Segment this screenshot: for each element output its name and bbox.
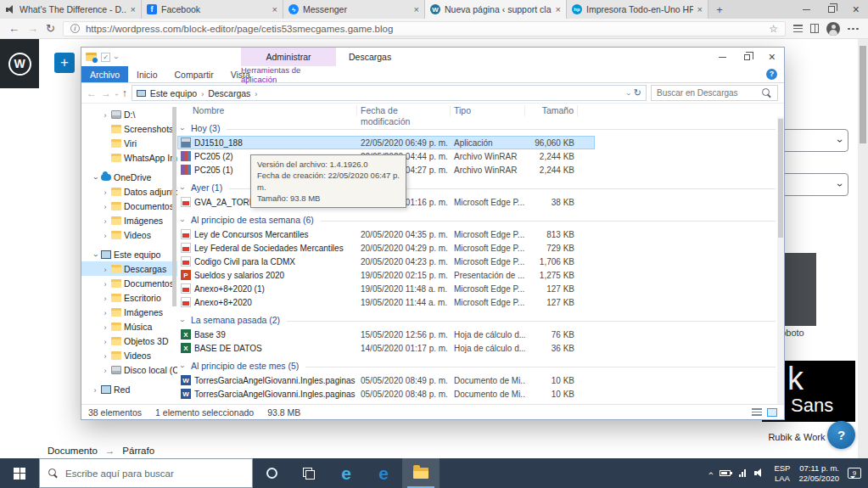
tree-item[interactable]: Imágenes (81, 213, 177, 227)
nav-back-button[interactable] (87, 87, 97, 99)
tree-chevron-icon[interactable] (102, 230, 109, 240)
volume-icon[interactable] (754, 468, 765, 478)
wp-add-block-button[interactable] (54, 53, 75, 73)
tree-item[interactable]: Disco local (C:) (81, 362, 177, 377)
network-icon[interactable] (739, 469, 746, 477)
forward-button[interactable] (27, 22, 38, 35)
tray-expand-icon[interactable] (708, 468, 712, 479)
tree-item[interactable]: Videos (81, 227, 177, 242)
action-center-icon[interactable]: 9 (848, 468, 861, 479)
list-scrollbar[interactable] (777, 117, 784, 404)
tree-chevron-icon[interactable] (102, 307, 109, 317)
wordpress-logo[interactable] (0, 39, 39, 88)
tab-close-icon[interactable] (697, 4, 703, 14)
back-button[interactable] (8, 22, 20, 35)
tree-chevron-icon[interactable] (102, 216, 109, 226)
reload-button[interactable] (46, 22, 55, 35)
breadcrumb-chevron-icon[interactable] (255, 88, 257, 98)
group-collapse-icon[interactable] (181, 215, 189, 225)
tree-item[interactable]: Videos (81, 348, 177, 362)
tree-chevron-icon[interactable] (102, 293, 109, 303)
tree-item[interactable]: Screenshots (81, 121, 177, 136)
tree-item[interactable]: WhatsApp Imag (81, 150, 177, 165)
details-view-button[interactable] (752, 408, 762, 417)
tree-item[interactable]: Documentos (81, 276, 177, 290)
taskbar-search[interactable]: Escribe aquí para buscar (39, 458, 253, 488)
browser-tab[interactable]: Nueva página ‹ support class... (425, 0, 567, 19)
address-dropdown-icon[interactable] (627, 88, 630, 98)
tree-item[interactable]: Escritorio (81, 290, 177, 305)
tree-chevron-icon[interactable] (92, 172, 98, 182)
task-view-button[interactable] (290, 458, 328, 488)
close-button[interactable] (759, 48, 784, 66)
page-scrollbar[interactable] (858, 39, 868, 458)
favorites-hub-icon[interactable] (793, 25, 803, 32)
column-header-size[interactable]: Tamaño (525, 105, 578, 116)
qat-properties-icon[interactable] (101, 53, 110, 62)
breadcrumb-segment[interactable]: Este equipo (150, 88, 197, 98)
group-header[interactable]: La semana pasada (2) (177, 309, 784, 328)
tree-chevron-icon[interactable] (92, 250, 98, 260)
file-row[interactable]: Anexo+8+2020 19/05/2020 11:44 a. m. Micr… (177, 295, 595, 309)
tree-chevron-icon[interactable] (102, 187, 109, 197)
tree-item[interactable]: Red (81, 382, 177, 396)
column-header-type[interactable]: Tipo (451, 105, 525, 116)
tree-item[interactable]: D:\ (81, 107, 177, 121)
tree-scrollbar[interactable] (172, 107, 176, 306)
qat-customize-icon[interactable] (115, 52, 117, 62)
scrollbar-thumb[interactable] (778, 119, 783, 238)
tree-chevron-icon[interactable] (102, 322, 109, 332)
tree-chevron-icon[interactable] (102, 336, 109, 346)
browser-minimize-button[interactable] (794, 0, 819, 19)
tree-chevron-icon[interactable] (102, 201, 109, 211)
refresh-icon[interactable] (634, 87, 641, 98)
file-row[interactable]: Ley Federal de Sociedades Mercantiles 20… (177, 241, 595, 255)
browser-restore-button[interactable] (819, 0, 843, 19)
tree-item[interactable]: Descargas (81, 261, 177, 276)
tree-chevron-icon[interactable] (102, 351, 109, 361)
group-header[interactable]: Al principio de esta semana (6) (177, 209, 784, 227)
edge-taskbar-button[interactable] (328, 458, 365, 488)
group-header[interactable]: Al principio de este mes (5) (177, 355, 784, 373)
tree-chevron-icon[interactable] (102, 264, 109, 274)
tree-chevron-icon[interactable] (102, 109, 109, 120)
tree-chevron-icon[interactable] (92, 384, 98, 395)
file-row[interactable]: Sueldos y salarios 2020 19/05/2020 02:15… (177, 268, 595, 282)
breadcrumb-paragraph[interactable]: Párrafo (122, 446, 154, 456)
help-icon[interactable] (766, 69, 777, 80)
reading-list-icon[interactable] (810, 24, 819, 33)
column-header-date[interactable]: Fecha de modificación (357, 105, 451, 116)
explorer-titlebar[interactable]: Administrar Descargas (81, 48, 784, 66)
file-row[interactable]: DJ1510_188 22/05/2020 06:49 p. m. Aplica… (177, 136, 595, 149)
browser-tab[interactable]: Messenger (283, 0, 425, 19)
breadcrumb-segment[interactable]: Descargas (208, 88, 250, 98)
tree-item[interactable]: Objetos 3D (81, 334, 177, 348)
group-collapse-icon[interactable] (181, 182, 189, 193)
recent-locations-icon[interactable] (115, 87, 118, 99)
tree-item[interactable]: Documentos (81, 199, 177, 213)
site-info-icon[interactable] (70, 24, 80, 33)
minimize-button[interactable] (710, 48, 735, 66)
browser-close-button[interactable] (843, 0, 868, 19)
column-header-name[interactable]: Nombre (177, 105, 357, 116)
file-row[interactable]: Anexo+8+2020 (1) 19/05/2020 11:48 a. m. … (177, 282, 595, 295)
downloads-folder-icon[interactable] (86, 53, 97, 61)
tree-item[interactable]: Datos adjuntos (81, 184, 177, 199)
wp-help-button[interactable] (827, 421, 855, 449)
tab-close-icon[interactable] (556, 4, 561, 14)
profile-avatar[interactable] (826, 22, 840, 36)
edge-taskbar-button-2[interactable] (365, 458, 402, 488)
maximize-button[interactable] (735, 48, 759, 66)
group-collapse-icon[interactable] (181, 123, 189, 133)
tree-item[interactable]: Imágenes (81, 305, 177, 319)
browser-tab[interactable]: What's The Difference - D... (0, 0, 142, 19)
file-row[interactable]: TorresGarciaAngelGiovanni.Ingles.paginas… (177, 387, 595, 401)
ribbon-tab[interactable]: Archivo (81, 66, 128, 82)
icons-view-button[interactable] (767, 408, 777, 417)
cortana-button[interactable] (253, 458, 290, 488)
tab-close-icon[interactable] (414, 4, 419, 14)
ribbon-tool-tab[interactable]: Herramientas de aplicación (241, 66, 336, 82)
breadcrumb-chevron-icon[interactable] (201, 88, 204, 98)
favorite-star-icon[interactable] (769, 23, 778, 35)
tab-close-icon[interactable] (272, 4, 277, 14)
